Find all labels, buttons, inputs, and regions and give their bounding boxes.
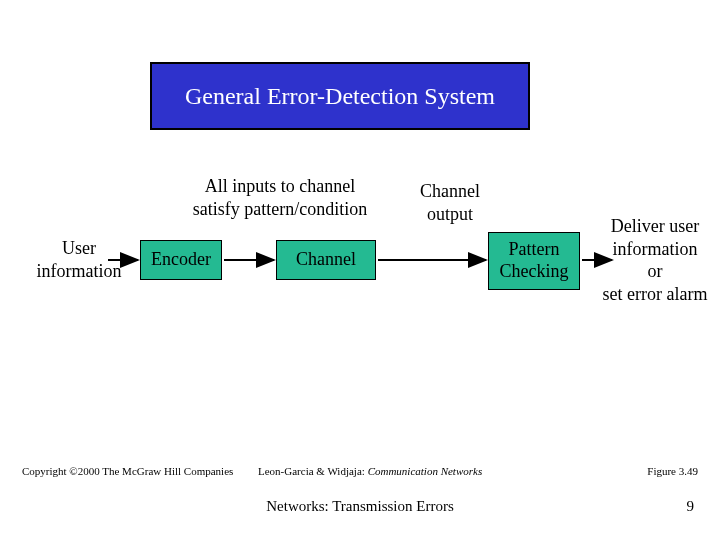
block-encoder: Encoder	[140, 240, 222, 280]
block-channel: Channel	[276, 240, 376, 280]
footer-copyright: Copyright ©2000 The McGraw Hill Companie…	[22, 465, 233, 477]
footer-authors: Leon-Garcia & Widjaja:	[258, 465, 365, 477]
block-channel-label: Channel	[296, 249, 356, 271]
footer-citation: Leon-Garcia & Widjaja: Communication Net…	[258, 465, 482, 477]
footer-figure: Figure 3.49	[647, 465, 698, 477]
slide-number: 9	[687, 498, 695, 515]
footer-book: Communication Networks	[368, 465, 483, 477]
label-user-information: Userinformation	[24, 237, 134, 282]
footer-topic: Networks: Transmission Errors	[0, 498, 720, 515]
block-pattern-checking: PatternChecking	[488, 232, 580, 290]
annotation-channel-output: Channeloutput	[390, 180, 510, 225]
label-deliver-output: Deliver userinformationorset error alarm	[590, 215, 720, 305]
block-checker-label: PatternChecking	[500, 239, 569, 282]
title-box: General Error-Detection System	[150, 62, 530, 130]
block-encoder-label: Encoder	[151, 249, 211, 271]
title-text: General Error-Detection System	[185, 83, 495, 110]
annotation-inputs: All inputs to channelsatisfy pattern/con…	[180, 175, 380, 220]
